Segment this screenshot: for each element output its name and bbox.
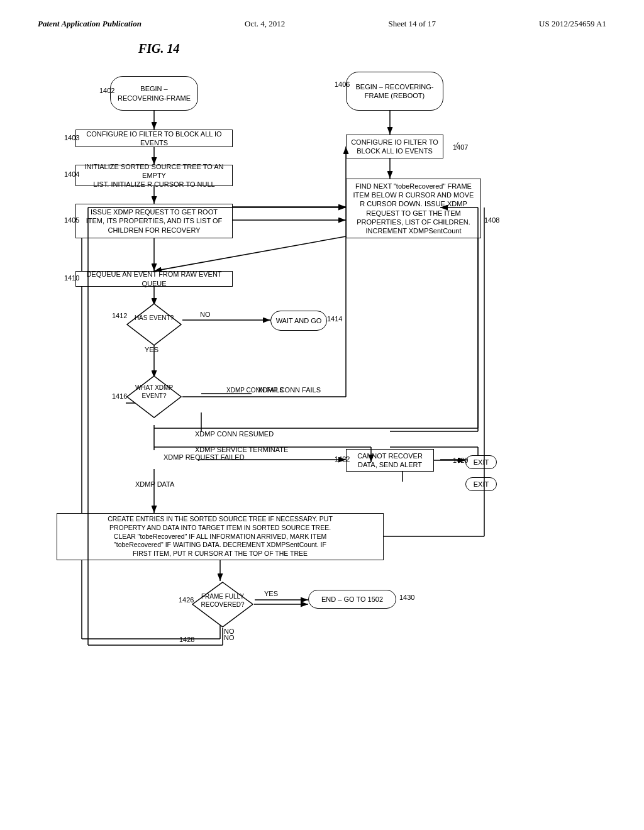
node-exit-1421: EXIT (465, 477, 497, 491)
flowchart-arrows: YES NO YES NO (38, 42, 606, 771)
header-sheet: Sheet 14 of 17 (388, 19, 435, 29)
node-1405-text: ISSUE XDMP REQUEST TO GET ROOT ITEM, ITS… (86, 208, 223, 235)
xdmp-service-terminate: XDMP SERVICE TERMINATE (195, 446, 288, 453)
node-1405: ISSUE XDMP REQUEST TO GET ROOT ITEM, ITS… (75, 204, 233, 238)
label-1422: 1422 (335, 455, 350, 463)
label-1412: 1412 (112, 312, 127, 319)
node-1414-text: WAIT AND GO (276, 316, 322, 325)
node-1410: DEQUEUE AN EVENT FROM RAW EVENT QUEUE (75, 271, 233, 287)
label-1407: 1407 (453, 143, 468, 151)
node-1414: WAIT AND GO (270, 311, 327, 331)
page-header: Patent Application Publication Oct. 4, 2… (38, 19, 606, 29)
node-1402: BEGIN – RECOVERING-FRAME (110, 76, 198, 111)
node-1403: CONFIGURE IO FILTER TO BLOCK ALL IO EVEN… (75, 130, 233, 147)
diamond-1412-text: HAS EVENT? (126, 314, 182, 322)
node-1406: BEGIN – RECOVERING- FRAME (REBOOT) (346, 72, 443, 111)
node-1403-text: CONFIGURE IO FILTER TO BLOCK ALL IO EVEN… (79, 130, 230, 148)
node-1420: EXIT (465, 455, 497, 469)
label-no-1428: NO (224, 634, 235, 641)
label-1403: 1403 (64, 134, 79, 141)
loop-arrows (38, 42, 606, 771)
label-1405: 1405 (64, 216, 79, 224)
node-1422-text: CANNOT RECOVER DATA, SEND ALERT (357, 451, 423, 470)
svg-marker-34 (127, 304, 181, 345)
label-1420: 1420 (453, 456, 468, 464)
node-1410-text: DEQUEUE AN EVENT FROM RAW EVENT QUEUE (79, 270, 230, 288)
node-1430: END – GO TO 1502 (308, 590, 396, 609)
diamond-1426-text: FRAME FULLY RECOVERED? (191, 592, 254, 609)
node-1422: CANNOT RECOVER DATA, SEND ALERT (346, 449, 434, 472)
node-exit-1421-text: EXIT (474, 480, 489, 489)
svg-line-7 (154, 236, 346, 271)
diamond-1412: HAS EVENT? (126, 302, 182, 346)
label-1426: 1426 (179, 596, 194, 604)
node-1424-big-text: CREATE ENTRIES IN THE SORTED SOURCE TREE… (108, 515, 333, 558)
figure-title: FIG. 14 (138, 42, 180, 56)
node-1407-text: CONFIGURE IO FILTER TO BLOCK ALL IO EVEN… (351, 138, 438, 156)
svg-text:YES: YES (264, 590, 278, 597)
svg-text:YES: YES (145, 346, 158, 353)
label-1404: 1404 (64, 170, 79, 178)
node-1407: CONFIGURE IO FILTER TO BLOCK ALL IO EVEN… (346, 135, 443, 158)
xdmp-conn-resumed: XDMP CONN RESUMED (195, 430, 274, 438)
diamond-1426: FRAME FULLY RECOVERED? (191, 581, 254, 628)
xdmp-conn-fails: XDMP CONN FAILS (258, 386, 321, 394)
label-1416: 1416 (112, 392, 127, 400)
node-1404-text: INITIALIZE SORTED SOURCE TREE TO AN EMPT… (79, 162, 230, 189)
node-1430-text: END – GO TO 1502 (321, 595, 383, 604)
label-1402: 1402 (99, 87, 114, 94)
node-1404: INITIALIZE SORTED SOURCE TREE TO AN EMPT… (75, 165, 233, 186)
header-publication: Patent Application Publication (38, 19, 142, 29)
svg-text:NO: NO (200, 311, 211, 318)
node-1420-text: EXIT (474, 458, 489, 467)
label-1414: 1414 (327, 315, 342, 323)
label-1428: 1428 (179, 636, 194, 643)
label-1430: 1430 (399, 594, 414, 601)
node-1408-text: FIND NEXT "tobeRecovered" FRAME ITEM BEL… (353, 182, 474, 236)
node-1424: CREATE ENTRIES IN THE SORTED SOURCE TREE… (57, 513, 384, 560)
diamond-1416-text: WHAT XDMP EVENT? (126, 384, 182, 400)
node-1406-text: BEGIN – RECOVERING- FRAME (REBOOT) (355, 82, 433, 101)
node-1408: FIND NEXT "tobeRecovered" FRAME ITEM BEL… (346, 179, 481, 238)
label-1408: 1408 (484, 216, 499, 224)
label-1406: 1406 (335, 80, 350, 88)
node-1402-text: BEGIN – RECOVERING-FRAME (118, 84, 191, 102)
page: Patent Application Publication Oct. 4, 2… (0, 0, 644, 830)
diamond-1416: WHAT XDMP EVENT? (126, 375, 182, 419)
label-1410: 1410 (64, 274, 79, 282)
header-date: Oct. 4, 2012 (245, 19, 285, 29)
slash-1407: / (456, 141, 458, 148)
xdmp-request-failed: XDMP REQUEST FAILED (164, 453, 245, 461)
xdmp-data: XDMP DATA (135, 480, 174, 488)
diagram-area: FIG. 14 (38, 42, 606, 771)
header-patent: US 2012/254659 A1 (539, 19, 606, 29)
